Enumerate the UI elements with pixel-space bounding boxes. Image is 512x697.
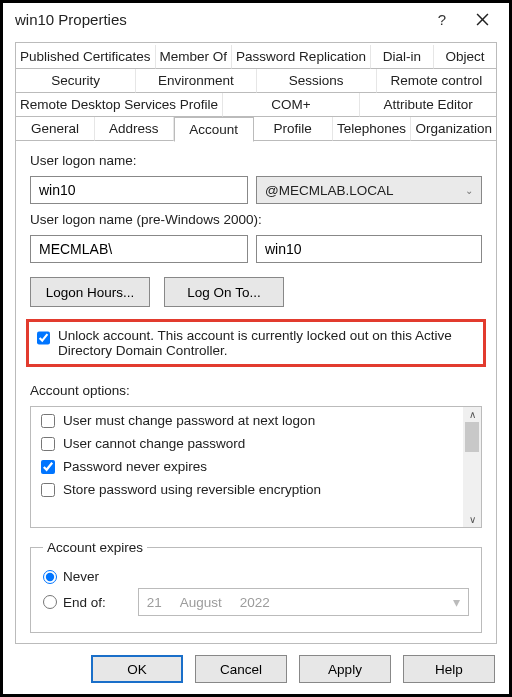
tab-address[interactable]: Address xyxy=(95,117,174,141)
unlock-account-checkbox[interactable] xyxy=(37,331,50,345)
chevron-down-icon: ⌄ xyxy=(465,185,473,196)
tab-general[interactable]: General xyxy=(16,117,95,141)
expires-endof-radio[interactable] xyxy=(43,595,57,609)
expires-date-day: 21 xyxy=(147,595,162,610)
tab-attribute-editor[interactable]: Attribute Editor xyxy=(360,93,496,117)
scroll-thumb[interactable] xyxy=(465,422,479,452)
calendar-dropdown-icon: ▾ xyxy=(453,594,460,610)
options-scrollbar[interactable]: ∧ ∨ xyxy=(463,407,481,527)
help-footer-button[interactable]: Help xyxy=(403,655,495,683)
tab-member-of[interactable]: Member Of xyxy=(156,45,233,69)
tab-telephones[interactable]: Telephones xyxy=(333,117,412,141)
account-expires-legend: Account expires xyxy=(43,540,147,555)
tab-profile[interactable]: Profile xyxy=(254,117,333,141)
properties-window: win10 Properties ? Published Certificate… xyxy=(0,0,512,697)
pre2000-label: User logon name (pre-Windows 2000): xyxy=(30,212,482,227)
tab-sessions[interactable]: Sessions xyxy=(257,69,377,93)
account-pane: User logon name: @MECMLAB.LOCAL ⌄ User l… xyxy=(15,141,497,644)
logon-domain-value: @MECMLAB.LOCAL xyxy=(265,183,394,198)
cancel-button[interactable]: Cancel xyxy=(195,655,287,683)
expires-date-month: August xyxy=(180,595,222,610)
logon-domain-select[interactable]: @MECMLAB.LOCAL ⌄ xyxy=(256,176,482,204)
apply-button[interactable]: Apply xyxy=(299,655,391,683)
log-on-to-button[interactable]: Log On To... xyxy=(164,277,284,307)
dialog-footer: OK Cancel Apply Help xyxy=(3,644,509,694)
expires-date-picker[interactable]: 21 August 2022 ▾ xyxy=(138,588,469,616)
option-row: Password never expires xyxy=(41,459,457,474)
option-reversible-encryption[interactable] xyxy=(41,483,55,497)
tab-rds-profile[interactable]: Remote Desktop Services Profile xyxy=(16,93,223,117)
tab-security[interactable]: Security xyxy=(16,69,136,93)
tab-published-certificates[interactable]: Published Certificates xyxy=(16,45,156,69)
scroll-down-icon: ∨ xyxy=(469,514,476,525)
close-icon xyxy=(476,13,489,26)
option-label: User cannot change password xyxy=(63,436,245,451)
tab-account[interactable]: Account xyxy=(174,117,254,142)
expires-date-year: 2022 xyxy=(240,595,270,610)
option-row: Store password using reversible encrypti… xyxy=(41,482,457,497)
option-must-change-password[interactable] xyxy=(41,414,55,428)
option-cannot-change-password[interactable] xyxy=(41,437,55,451)
expires-never-label: Never xyxy=(63,569,99,584)
tab-environment[interactable]: Environment xyxy=(136,69,256,93)
option-label: User must change password at next logon xyxy=(63,413,315,428)
pre2000-name-input[interactable] xyxy=(256,235,482,263)
unlock-account-area: Unlock account. This account is currentl… xyxy=(26,319,486,367)
pre2000-domain-input[interactable] xyxy=(30,235,248,263)
option-password-never-expires[interactable] xyxy=(41,460,55,474)
tab-object[interactable]: Object xyxy=(434,45,496,69)
account-options-list: User must change password at next logon … xyxy=(30,406,482,528)
option-row: User cannot change password xyxy=(41,436,457,451)
tab-com-plus[interactable]: COM+ xyxy=(223,93,360,117)
option-label: Store password using reversible encrypti… xyxy=(63,482,321,497)
option-label: Password never expires xyxy=(63,459,207,474)
tab-password-replication[interactable]: Password Replication xyxy=(232,45,371,69)
tab-dial-in[interactable]: Dial-in xyxy=(371,45,434,69)
account-expires-group: Account expires Never End of: 21 August … xyxy=(30,540,482,633)
option-row: User must change password at next logon xyxy=(41,413,457,428)
tab-organization[interactable]: Organization xyxy=(411,117,496,141)
logon-name-input[interactable] xyxy=(30,176,248,204)
expires-never-radio[interactable] xyxy=(43,570,57,584)
logon-name-label: User logon name: xyxy=(30,153,482,168)
window-title: win10 Properties xyxy=(15,11,127,28)
scroll-up-icon: ∧ xyxy=(469,409,476,420)
help-button[interactable]: ? xyxy=(423,6,461,34)
titlebar: win10 Properties ? xyxy=(3,3,509,36)
tab-strip: Published Certificates Member Of Passwor… xyxy=(15,42,497,141)
logon-hours-button[interactable]: Logon Hours... xyxy=(30,277,150,307)
close-button[interactable] xyxy=(461,6,503,34)
ok-button[interactable]: OK xyxy=(91,655,183,683)
tab-remote-control[interactable]: Remote control xyxy=(377,69,496,93)
account-options-label: Account options: xyxy=(30,383,482,398)
unlock-account-text: Unlock account. This account is currentl… xyxy=(58,328,475,358)
expires-endof-label: End of: xyxy=(63,595,106,610)
